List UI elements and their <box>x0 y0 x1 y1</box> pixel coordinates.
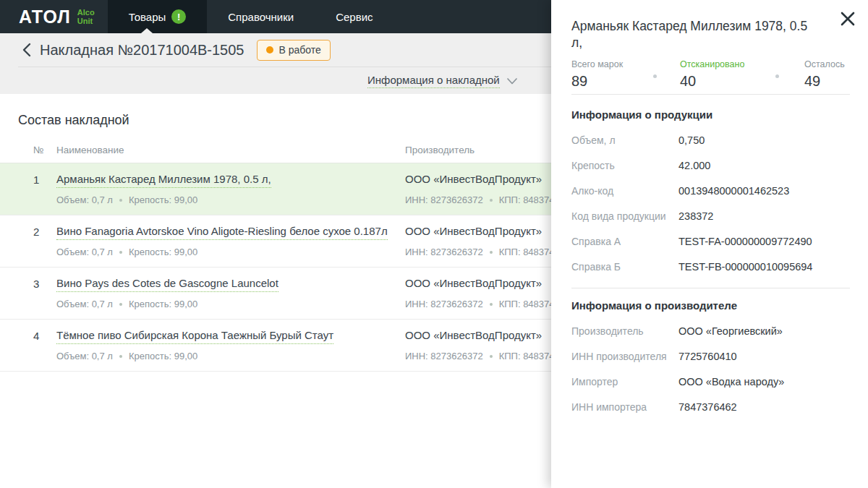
stat-label: Всего марок <box>571 59 623 69</box>
product-detail-panel: Арманьяк Кастаред Миллезим 1978, 0.5 л, … <box>551 0 868 488</box>
info-value: TEST-FA-000000009772490 <box>678 236 812 247</box>
product-name-link[interactable]: Вино Fanagoria Avtorskoe Vino Aligote-Ri… <box>56 225 388 240</box>
stat-scanned: Отсканировано 40 <box>680 59 744 90</box>
main-menu: Товары ! Справочники Сервис <box>108 0 394 33</box>
info-value: 7847376462 <box>678 401 737 413</box>
dot-separator-icon <box>775 74 779 78</box>
info-label: Код вида продукции <box>571 210 666 222</box>
panel-divider <box>571 94 850 95</box>
close-button[interactable] <box>839 10 856 27</box>
info-label: Справка А <box>571 236 621 247</box>
dot-separator-icon <box>119 303 122 306</box>
app-window: АТОЛ Alco Unit Товары ! Справочники Серв… <box>0 0 868 488</box>
info-value: 0,750 <box>678 134 705 146</box>
product-subinfo: Объем: 0,7 л Крепость: 99,00 <box>56 247 197 257</box>
product-name-link[interactable]: Тёмное пиво Сибирская Корона Таежный Бур… <box>56 329 333 344</box>
producer-subinfo: ИНН: 8273626372 КПП: 84837482 <box>405 299 565 309</box>
dot-separator-icon <box>490 355 493 358</box>
info-value: 238372 <box>678 210 713 222</box>
info-label: ИНН импортера <box>571 401 647 413</box>
info-label: Крепость <box>571 160 615 171</box>
product-subinfo: Объем: 0,7 л Крепость: 99,00 <box>56 351 197 361</box>
back-button[interactable] <box>18 42 34 58</box>
producer-name: ООО «ИнвестВодПродукт» <box>405 225 542 237</box>
stat-remaining: Осталось 49 <box>804 59 845 90</box>
nav-item-label: Справочники <box>228 11 294 23</box>
nav-item-servis[interactable]: Сервис <box>315 0 393 33</box>
panel-divider <box>571 288 850 288</box>
nav-item-label: Сервис <box>336 11 373 23</box>
row-number: 1 <box>33 174 39 186</box>
info-label: Справка Б <box>571 261 621 273</box>
atol-logo[interactable]: АТОЛ Alco Unit <box>0 0 102 33</box>
row-number: 3 <box>33 278 39 290</box>
logo-product-name: Alco Unit <box>77 8 95 25</box>
row-number: 2 <box>33 226 39 238</box>
column-header-producer: Производитель <box>405 145 475 155</box>
invoice-composition-title: Состав накладной <box>18 113 129 128</box>
nav-item-tovary[interactable]: Товары ! <box>108 0 208 33</box>
product-volume: Объем: 0,7 л <box>56 351 113 361</box>
invoice-info-dropdown-label: Информация о накладной <box>367 74 500 88</box>
dot-separator-icon <box>653 74 657 78</box>
invoice-info-dropdown[interactable]: Информация о накладной <box>367 74 517 88</box>
dot-separator-icon <box>490 251 493 254</box>
producer-inn: ИНН: 8273626372 <box>405 194 483 205</box>
product-strength: Крепость: 99,00 <box>129 351 197 361</box>
producer-inn: ИНН: 8273626372 <box>405 351 483 361</box>
info-label: ИНН производителя <box>571 351 667 362</box>
notification-badge: ! <box>171 9 186 24</box>
stat-total-marks: Всего марок 89 <box>571 59 623 90</box>
dot-separator-icon <box>490 199 493 202</box>
logo-text: АТОЛ <box>19 8 71 26</box>
stat-label: Осталось <box>804 59 845 69</box>
product-name-link[interactable]: Вино Pays des Cotes de Gascogne Launcelo… <box>56 277 278 292</box>
dot-separator-icon <box>119 251 122 254</box>
panel-product-title: Арманьяк Кастаред Миллезим 1978, 0.5 л, <box>571 18 812 51</box>
producer-inn: ИНН: 8273626372 <box>405 299 483 309</box>
status-badge: В работе <box>257 40 331 61</box>
chevron-left-icon <box>22 43 31 57</box>
dot-separator-icon <box>119 355 122 358</box>
column-header-num: № <box>33 145 43 155</box>
product-volume: Объем: 0,7 л <box>56 247 113 257</box>
producer-name: ООО «ИнвестВодПродукт» <box>405 173 542 185</box>
product-subinfo: Объем: 0,7 л Крепость: 99,00 <box>56 299 197 309</box>
close-icon <box>839 10 856 27</box>
info-value: ООО «Георгиевский» <box>678 325 783 337</box>
info-value: 0013948000001462523 <box>678 185 789 197</box>
row-number: 4 <box>33 330 39 342</box>
producer-subinfo: ИНН: 8273626372 КПП: 84837482 <box>405 247 565 257</box>
product-strength: Крепость: 99,00 <box>129 247 197 257</box>
product-volume: Объем: 0,7 л <box>56 194 113 205</box>
stat-value: 49 <box>804 73 845 90</box>
product-subinfo: Объем: 0,7 л Крепость: 99,00 <box>56 194 197 205</box>
info-value: 42.000 <box>678 160 710 171</box>
column-header-name: Наименование <box>56 145 124 155</box>
stat-value: 89 <box>571 73 623 90</box>
producer-subinfo: ИНН: 8273626372 КПП: 84837482 <box>405 194 565 205</box>
info-label: Производитель <box>571 325 644 337</box>
chevron-down-icon <box>507 78 517 85</box>
producer-subinfo: ИНН: 8273626372 КПП: 84837482 <box>405 351 565 361</box>
info-label: Алко-код <box>571 185 613 197</box>
producer-inn: ИНН: 8273626372 <box>405 247 483 257</box>
product-strength: Крепость: 99,00 <box>129 299 197 309</box>
dot-separator-icon <box>119 199 122 202</box>
info-label: Импортер <box>571 376 618 388</box>
status-dot-icon <box>266 46 273 53</box>
stat-label: Отсканировано <box>680 59 744 69</box>
status-label: В работе <box>279 44 321 56</box>
product-info-section-title: Информация о продукции <box>571 108 712 121</box>
nav-item-spravochniki[interactable]: Справочники <box>207 0 315 33</box>
nav-item-label: Товары <box>129 11 166 23</box>
producer-name: ООО «ИнвестВодПродукт» <box>405 277 542 289</box>
stat-value: 40 <box>680 73 744 90</box>
info-value: TEST-FB-000000010095694 <box>678 261 812 273</box>
product-volume: Объем: 0,7 л <box>56 299 113 309</box>
producer-info-section-title: Информация о производителе <box>571 299 737 312</box>
product-strength: Крепость: 99,00 <box>129 194 197 205</box>
info-value: 7725760410 <box>678 351 737 362</box>
product-name-link[interactable]: Арманьяк Кастаред Миллезим 1978, 0.5 л, <box>56 173 271 188</box>
info-value: ООО «Водка народу» <box>678 376 784 388</box>
